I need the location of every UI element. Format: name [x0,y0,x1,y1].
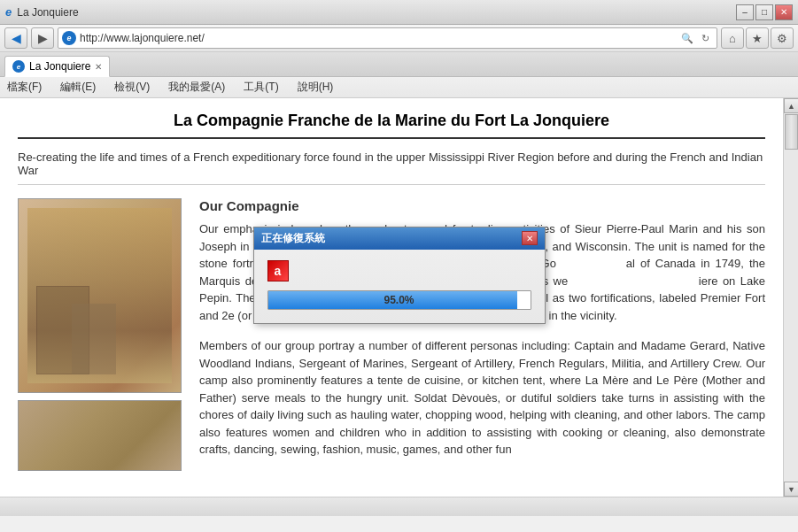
search-icon-btn[interactable]: 🔍 [679,30,695,46]
menu-help[interactable]: 說明(H) [295,79,337,96]
menu-edit[interactable]: 編輯(E) [58,79,98,96]
page-title: La Compagnie Franche de la Marine du For… [18,112,765,139]
popup-title-content: 正在修復系統 [261,231,325,246]
ie-title-icon: e [5,5,12,19]
antivirus-logo: a [267,260,289,281]
address-input[interactable] [80,32,676,44]
tab-lajonquiere[interactable]: e La Jonquiere ✕ [4,56,110,77]
popup-body: a 95.0% [254,250,545,323]
scroll-thumb[interactable] [785,114,798,150]
title-bar-left: e La Jonquiere [5,5,79,19]
popup-top: a [267,260,531,281]
scrollbar: ▲ ▼ [783,98,798,497]
popup-title-text: 正在修復系統 [261,231,325,246]
section-paragraph2: Members of our group portray a number of… [199,337,765,459]
menu-tools[interactable]: 工具(T) [241,79,281,96]
menu-file[interactable]: 檔案(F) [4,79,44,96]
maximize-button[interactable]: □ [755,4,773,20]
menu-view[interactable]: 檢視(V) [112,79,152,96]
menu-favorites[interactable]: 我的最愛(A) [166,79,228,96]
status-bar [0,497,798,516]
scroll-down-button[interactable]: ▼ [784,482,798,497]
window-close-button[interactable]: ✕ [775,4,793,20]
photo-simulation [19,199,181,392]
left-column [18,198,186,471]
photo-simulation-2 [19,401,181,470]
minimize-button[interactable]: – [736,4,754,20]
progress-bar-container: 95.0% [267,290,531,310]
back-button[interactable]: ◀ [4,27,27,49]
progress-text: 95.0% [384,294,414,306]
menu-bar: 檔案(F) 編輯(E) 檢視(V) 我的最愛(A) 工具(T) 說明(H) [0,77,798,98]
tab-close-button[interactable]: ✕ [95,62,102,72]
popup-title-bar: 正在修復系統 ✕ [254,227,545,250]
address-icons: 🔍 ↻ [679,30,713,46]
browser-toolbar: ◀ ▶ e 🔍 ↻ ⌂ ★ ⚙ [0,25,798,52]
section-title: Our Compagnie [199,198,765,213]
home-button[interactable]: ⌂ [721,27,744,49]
tab-label: La Jonquiere [29,60,90,73]
address-bar-container: e 🔍 ↻ [58,27,717,49]
title-bar-buttons: – □ ✕ [736,4,793,20]
scroll-up-button[interactable]: ▲ [784,98,798,113]
forward-button[interactable]: ▶ [31,27,54,49]
refresh-button[interactable]: ↻ [697,30,713,46]
scroll-track[interactable] [784,113,798,482]
title-bar: e La Jonquiere – □ ✕ [0,0,798,25]
popup-window[interactable]: 正在修復系統 ✕ a 95.0% [253,227,546,324]
toolbar-right: ⌂ ★ ⚙ [721,27,794,49]
page-subtitle: Re-creating the life and times of a Fren… [18,143,765,185]
tab-bar: e La Jonquiere ✕ [0,52,798,77]
tab-icon: e [12,60,25,73]
window-title: La Jonquiere [17,6,78,19]
ie-address-icon: e [62,31,76,45]
main-image [18,198,182,393]
popup-close-button[interactable]: ✕ [522,231,538,245]
tools-button[interactable]: ⚙ [771,27,794,49]
secondary-image [18,400,182,471]
favorites-button[interactable]: ★ [746,27,769,49]
